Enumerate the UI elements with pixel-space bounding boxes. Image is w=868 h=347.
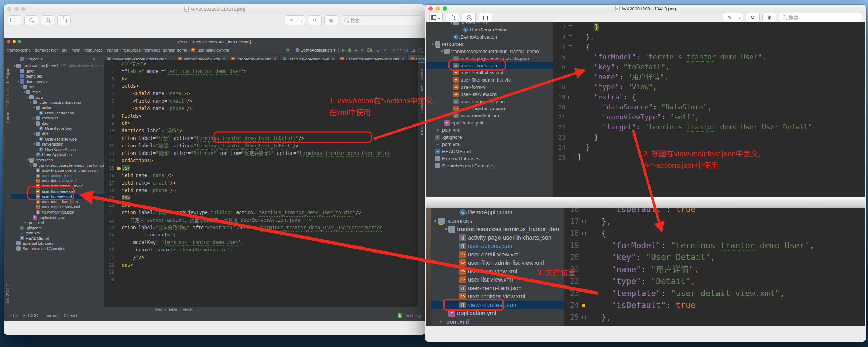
tree-item-UserRepository[interactable]: CUserRepository: [11, 126, 104, 131]
tree-item-UserServerAction[interactable]: CUserServerAction: [11, 147, 104, 152]
window-controls[interactable]: [7, 7, 26, 11]
tree-item-demo-api[interactable]: demo-api: [11, 74, 104, 79]
tree-item-user-detail-view.xml[interactable]: <>user-detail-view.xml: [11, 178, 104, 184]
debug-icon[interactable]: [348, 48, 351, 52]
event-log-button[interactable]: 1 Event Log: [398, 313, 421, 318]
git-commit-icon[interactable]: ✔: [383, 48, 387, 53]
tree-item-External Libraries[interactable]: External Libraries: [11, 241, 104, 246]
fold-marker-icon[interactable]: [582, 316, 586, 319]
editor-breadcrumb-item[interactable]: View: [155, 307, 163, 312]
tree-item-trantor.resources.terminus_trantor_demo[interactable]: ▾trantor.resources.terminus_trantor_demo: [11, 162, 104, 168]
tree-item-user-form-view.xml[interactable]: <>user-form-view.xml: [11, 189, 104, 194]
tree-item-pom.xml[interactable]: mpom.xml: [11, 220, 104, 225]
tool-stripe-Ant[interactable]: Ant: [420, 85, 424, 91]
fold-marker-icon[interactable]: [569, 35, 572, 39]
tree-item-user-detail-view.xml[interactable]: <>user-detail-view.xml: [431, 250, 564, 259]
history-icon[interactable]: ◷: [390, 48, 394, 53]
minimize-icon[interactable]: [436, 6, 440, 11]
search-everywhere-icon[interactable]: [418, 48, 422, 52]
tree-item-trantor-demo [demo][interactable]: ▾trantor-demo [demo]~/Desktop/data/works…: [11, 63, 104, 69]
markup-pen-button[interactable]: ✎: [723, 13, 736, 22]
tree-item-UserChartAction[interactable]: CUserChartAction: [11, 110, 104, 116]
tree-item-README.md[interactable]: MREADME.md: [11, 236, 104, 241]
hide-panel-icon[interactable]: ─: [98, 57, 101, 61]
tree-item-application.yml[interactable]: Yapplication.yml: [11, 215, 104, 220]
tree-item-application.yml[interactable]: Yapplication.yml: [426, 119, 553, 126]
tree-item-user-register-view.xml[interactable]: <>user-register-view.xml: [431, 292, 564, 301]
chevron-down-icon[interactable]: ▾: [26, 158, 29, 162]
build-icon[interactable]: ⚒: [286, 48, 290, 53]
zoom-in-button[interactable]: +: [462, 13, 476, 22]
rollback-icon[interactable]: ↶: [397, 48, 401, 53]
run-config-selector[interactable]: DemoApplication▾: [293, 47, 339, 53]
tool-window-icon[interactable]: ⊞: [411, 48, 415, 53]
fold-marker-icon[interactable]: [582, 232, 586, 235]
tree-item-.gitignore[interactable]: i.gitignore: [426, 133, 553, 141]
close-tab-icon[interactable]: ✕: [169, 57, 172, 61]
chevron-down-icon[interactable]: ▾: [33, 142, 36, 146]
fold-marker-icon[interactable]: [582, 220, 586, 223]
zoom-in-button[interactable]: +: [41, 15, 54, 25]
breadcrumb-item[interactable]: trantor: [107, 48, 118, 52]
tree-item-user-list-view.xml[interactable]: <>user-list-view.xml: [426, 91, 553, 98]
breadcrumb-item[interactable]: resources: [123, 48, 141, 52]
tree-item-user-filter-admin-list-view.xml[interactable]: <>user-filter-admin-list-view.xml: [431, 259, 564, 267]
editor-view-manifest-json[interactable]: 16 "isDefault": true17 },18 {19 "forMode…: [564, 208, 865, 326]
breadcrumb-item[interactable]: resources: [84, 48, 103, 52]
breadcrumb[interactable]: trantor-demo›demo-server›src›main›resour…: [7, 48, 229, 52]
chevron-right-icon[interactable]: ▸: [33, 116, 36, 120]
tree-item-Scratches and Consoles[interactable]: Scratches and Consoles: [11, 246, 104, 251]
search-field[interactable]: 搜索: [341, 15, 421, 25]
rotate-button[interactable]: ↺: [746, 13, 760, 22]
close-tab-icon[interactable]: ✕: [332, 57, 334, 61]
tree-item-.mvn[interactable]: .mvn: [11, 69, 104, 74]
share-button[interactable]: [479, 13, 492, 22]
editor-breadcrumb[interactable]: View›Table›Fields: [4, 307, 425, 312]
tree-item-io.terminus.trantor.demo[interactable]: ▾io.terminus.trantor.demo: [11, 100, 104, 105]
chevron-down-icon[interactable]: ▾: [20, 85, 23, 89]
chevron-down-icon[interactable]: ▾: [33, 122, 36, 125]
tree-item-DemoApplication[interactable]: CDemoApplication: [426, 33, 553, 40]
diff-icon[interactable]: ▥: [404, 48, 408, 53]
chevron-down-icon[interactable]: ▾: [449, 22, 453, 25]
tree-item-user-filter-admin-list-vie[interactable]: <>user-filter-admin-list-vie: [11, 184, 104, 189]
window-controls[interactable]: [428, 6, 447, 11]
breadcrumb-item[interactable]: user-list-view.xml: [198, 48, 229, 52]
tree-item-DemoApplication[interactable]: CDemoApplication: [431, 208, 564, 217]
tree-item-activity-page-user-in-charts.json[interactable]: {}activity-page-user-in-charts.json: [426, 55, 553, 62]
tree-item-view-manifest.json[interactable]: {}view-manifest.json: [431, 301, 564, 309]
breadcrumb-item[interactable]: trantor-demo: [7, 48, 31, 52]
chevron-down-icon[interactable]: ▾: [26, 96, 29, 99]
breadcrumb-item[interactable]: main: [72, 48, 80, 52]
editor-breadcrumb-item[interactable]: Table: [168, 307, 177, 312]
breadcrumb-item[interactable]: demo-server: [35, 48, 58, 52]
close-tab-icon[interactable]: ✕: [274, 57, 276, 61]
tree-item-README.md[interactable]: MREADME.md: [426, 148, 553, 155]
tree-item-demo-server[interactable]: ▾demo-server: [11, 79, 104, 84]
titlebar[interactable]: WX20201208-110241.png: [4, 4, 426, 14]
chevron-down-icon[interactable]: ▾: [33, 106, 36, 109]
tree-item-serveraction[interactable]: ▾serveraction: [426, 22, 553, 26]
markup-toolbar-button[interactable]: ◉: [324, 15, 338, 25]
close-icon[interactable]: [428, 6, 433, 11]
tree-item-External Libraries[interactable]: External Libraries: [426, 155, 553, 162]
run-icon[interactable]: ▶: [342, 48, 345, 53]
tree-item-Scratches and Consoles[interactable]: Scratches and Consoles: [426, 162, 553, 169]
tree-item-user-actions.json[interactable]: {}user-actions.json: [11, 173, 104, 178]
chevron-down-icon[interactable]: ▾: [23, 90, 26, 94]
tree-item-java[interactable]: ▾java: [11, 95, 104, 100]
sidebar-button[interactable]: ⌄: [429, 13, 443, 22]
tree-item-user-register-view.xml[interactable]: <>user-register-view.xml: [426, 105, 553, 112]
tree-item-pom.xml[interactable]: mpom.xml: [431, 318, 564, 326]
tree-item-resources[interactable]: ▾resources: [426, 40, 553, 48]
fold-marker-icon[interactable]: [569, 146, 572, 149]
zoom-icon[interactable]: [443, 6, 447, 11]
tree-item-view-manifest.json[interactable]: {}view-manifest.json: [11, 210, 104, 215]
fold-marker-icon[interactable]: [569, 136, 572, 139]
fold-marker-icon[interactable]: [569, 156, 572, 159]
tree-item-trantor.resources.terminus_trantor_den[interactable]: ▾trantor.resources.terminus_trantor_den: [431, 225, 564, 234]
close-tab-icon[interactable]: ✕: [402, 57, 404, 61]
intention-bulb-icon[interactable]: [117, 167, 121, 170]
chevron-down-icon[interactable]: ▾: [13, 64, 16, 68]
zoom-icon[interactable]: [21, 7, 26, 11]
